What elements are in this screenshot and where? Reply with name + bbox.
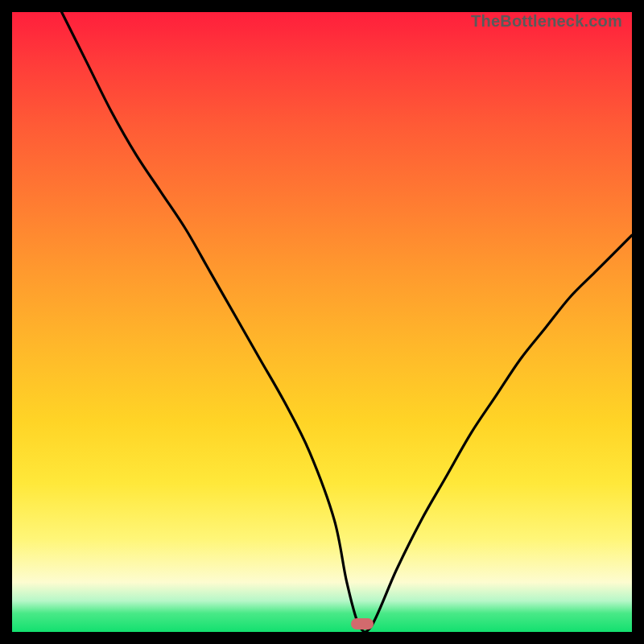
bottleneck-curve bbox=[12, 12, 632, 632]
optimal-marker bbox=[351, 618, 374, 630]
plot-area: TheBottleneck.com bbox=[12, 12, 632, 632]
chart-frame: TheBottleneck.com bbox=[0, 0, 644, 644]
curve-path bbox=[62, 12, 632, 632]
